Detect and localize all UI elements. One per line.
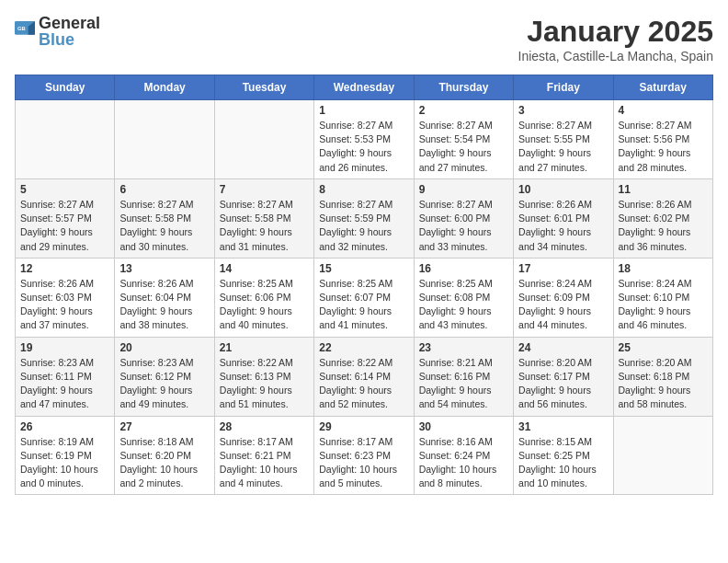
day-number: 10 (518, 183, 608, 196)
day-info: Sunrise: 8:23 AMSunset: 6:12 PMDaylight:… (119, 356, 209, 412)
day-info: Sunrise: 8:24 AMSunset: 6:09 PMDaylight:… (518, 277, 608, 333)
day-number: 11 (619, 183, 708, 196)
day-info: Sunrise: 8:22 AMSunset: 6:13 PMDaylight:… (220, 356, 309, 412)
day-info: Sunrise: 8:19 AMSunset: 6:19 PMDaylight:… (20, 435, 109, 491)
day-number: 26 (20, 420, 109, 433)
day-number: 9 (419, 183, 508, 196)
day-number: 20 (119, 341, 209, 354)
day-info: Sunrise: 8:27 AMSunset: 5:57 PMDaylight:… (20, 198, 109, 254)
calendar-day-12: 12Sunrise: 8:26 AMSunset: 6:03 PMDayligh… (16, 258, 115, 337)
calendar-day-7: 7Sunrise: 8:27 AMSunset: 5:58 PMDaylight… (214, 178, 313, 258)
calendar-empty-cell (613, 416, 712, 495)
day-number: 24 (518, 341, 608, 354)
day-number: 22 (319, 341, 408, 354)
weekday-header-tuesday: Tuesday (214, 75, 313, 100)
day-info: Sunrise: 8:25 AMSunset: 6:07 PMDaylight:… (319, 277, 408, 333)
day-info: Sunrise: 8:24 AMSunset: 6:10 PMDaylight:… (619, 277, 708, 333)
day-info: Sunrise: 8:16 AMSunset: 6:24 PMDaylight:… (419, 435, 508, 491)
calendar-day-11: 11Sunrise: 8:26 AMSunset: 6:02 PMDayligh… (613, 178, 712, 258)
weekday-header-row: SundayMondayTuesdayWednesdayThursdayFrid… (16, 75, 713, 100)
day-info: Sunrise: 8:21 AMSunset: 6:16 PMDaylight:… (419, 356, 508, 412)
day-info: Sunrise: 8:26 AMSunset: 6:01 PMDaylight:… (518, 198, 608, 254)
header: GB General Blue January 2025 Iniesta, Ca… (15, 15, 713, 63)
calendar-day-17: 17Sunrise: 8:24 AMSunset: 6:09 PMDayligh… (514, 258, 613, 337)
day-info: Sunrise: 8:20 AMSunset: 6:17 PMDaylight:… (518, 356, 608, 412)
calendar-day-25: 25Sunrise: 8:20 AMSunset: 6:18 PMDayligh… (613, 337, 712, 416)
logo-icon: GB (15, 21, 35, 41)
calendar-day-13: 13Sunrise: 8:26 AMSunset: 6:04 PMDayligh… (115, 258, 214, 337)
calendar-day-22: 22Sunrise: 8:22 AMSunset: 6:14 PMDayligh… (314, 337, 414, 416)
calendar-day-14: 14Sunrise: 8:25 AMSunset: 6:06 PMDayligh… (214, 258, 313, 337)
day-number: 18 (619, 262, 708, 275)
calendar-day-21: 21Sunrise: 8:22 AMSunset: 6:13 PMDayligh… (214, 337, 313, 416)
day-info: Sunrise: 8:23 AMSunset: 6:11 PMDaylight:… (20, 356, 109, 412)
weekday-header-saturday: Saturday (613, 75, 712, 100)
day-number: 16 (419, 262, 508, 275)
calendar-empty-cell (214, 100, 313, 179)
day-number: 1 (319, 104, 408, 117)
day-info: Sunrise: 8:27 AMSunset: 5:55 PMDaylight:… (518, 119, 608, 175)
calendar-week-4: 19Sunrise: 8:23 AMSunset: 6:11 PMDayligh… (16, 337, 713, 416)
logo-blue: Blue (39, 31, 100, 48)
day-info: Sunrise: 8:27 AMSunset: 5:54 PMDaylight:… (419, 119, 508, 175)
day-number: 5 (20, 183, 109, 196)
calendar-day-9: 9Sunrise: 8:27 AMSunset: 6:00 PMDaylight… (414, 178, 513, 258)
weekday-header-sunday: Sunday (16, 75, 115, 100)
calendar-week-1: 1Sunrise: 8:27 AMSunset: 5:53 PMDaylight… (16, 100, 713, 179)
calendar-table: SundayMondayTuesdayWednesdayThursdayFrid… (15, 75, 713, 495)
day-number: 19 (20, 341, 109, 354)
calendar-day-27: 27Sunrise: 8:18 AMSunset: 6:20 PMDayligh… (115, 416, 214, 495)
calendar-subtitle: Iniesta, Castille-La Mancha, Spain (518, 49, 713, 63)
day-info: Sunrise: 8:26 AMSunset: 6:02 PMDaylight:… (619, 198, 708, 254)
calendar-day-29: 29Sunrise: 8:17 AMSunset: 6:23 PMDayligh… (314, 416, 414, 495)
day-number: 7 (220, 183, 309, 196)
day-info: Sunrise: 8:26 AMSunset: 6:04 PMDaylight:… (119, 277, 209, 333)
day-info: Sunrise: 8:18 AMSunset: 6:20 PMDaylight:… (119, 435, 209, 491)
calendar-day-31: 31Sunrise: 8:15 AMSunset: 6:25 PMDayligh… (514, 416, 613, 495)
day-number: 31 (518, 420, 608, 433)
weekday-header-monday: Monday (115, 75, 214, 100)
day-number: 21 (220, 341, 309, 354)
day-number: 30 (419, 420, 508, 433)
day-number: 13 (119, 262, 209, 275)
day-number: 12 (20, 262, 109, 275)
day-number: 8 (319, 183, 408, 196)
day-number: 15 (319, 262, 408, 275)
calendar-week-2: 5Sunrise: 8:27 AMSunset: 5:57 PMDaylight… (16, 178, 713, 258)
day-number: 2 (419, 104, 508, 117)
day-number: 23 (419, 341, 508, 354)
logo: GB General Blue (15, 15, 100, 48)
calendar-empty-cell (115, 100, 214, 179)
day-info: Sunrise: 8:15 AMSunset: 6:25 PMDaylight:… (518, 435, 608, 491)
calendar-day-24: 24Sunrise: 8:20 AMSunset: 6:17 PMDayligh… (514, 337, 613, 416)
day-number: 28 (220, 420, 309, 433)
day-number: 27 (119, 420, 209, 433)
day-info: Sunrise: 8:27 AMSunset: 5:56 PMDaylight:… (619, 119, 708, 175)
calendar-body: 1Sunrise: 8:27 AMSunset: 5:53 PMDaylight… (16, 100, 713, 495)
weekday-header-friday: Friday (514, 75, 613, 100)
calendar-day-28: 28Sunrise: 8:17 AMSunset: 6:21 PMDayligh… (214, 416, 313, 495)
day-info: Sunrise: 8:17 AMSunset: 6:23 PMDaylight:… (319, 435, 408, 491)
calendar-week-3: 12Sunrise: 8:26 AMSunset: 6:03 PMDayligh… (16, 258, 713, 337)
day-info: Sunrise: 8:26 AMSunset: 6:03 PMDaylight:… (20, 277, 109, 333)
calendar-day-15: 15Sunrise: 8:25 AMSunset: 6:07 PMDayligh… (314, 258, 414, 337)
calendar-week-5: 26Sunrise: 8:19 AMSunset: 6:19 PMDayligh… (16, 416, 713, 495)
calendar-day-16: 16Sunrise: 8:25 AMSunset: 6:08 PMDayligh… (414, 258, 513, 337)
calendar-day-2: 2Sunrise: 8:27 AMSunset: 5:54 PMDaylight… (414, 100, 513, 179)
calendar-day-19: 19Sunrise: 8:23 AMSunset: 6:11 PMDayligh… (16, 337, 115, 416)
day-info: Sunrise: 8:27 AMSunset: 6:00 PMDaylight:… (419, 198, 508, 254)
calendar-title: January 2025 (518, 15, 713, 49)
day-info: Sunrise: 8:25 AMSunset: 6:06 PMDaylight:… (220, 277, 309, 333)
day-info: Sunrise: 8:27 AMSunset: 5:58 PMDaylight:… (119, 198, 209, 254)
day-number: 29 (319, 420, 408, 433)
day-info: Sunrise: 8:17 AMSunset: 6:21 PMDaylight:… (220, 435, 309, 491)
title-area: January 2025 Iniesta, Castille-La Mancha… (518, 15, 713, 63)
day-info: Sunrise: 8:22 AMSunset: 6:14 PMDaylight:… (319, 356, 408, 412)
day-info: Sunrise: 8:27 AMSunset: 5:58 PMDaylight:… (220, 198, 309, 254)
calendar-day-10: 10Sunrise: 8:26 AMSunset: 6:01 PMDayligh… (514, 178, 613, 258)
day-number: 25 (619, 341, 708, 354)
day-info: Sunrise: 8:27 AMSunset: 5:59 PMDaylight:… (319, 198, 408, 254)
calendar-day-30: 30Sunrise: 8:16 AMSunset: 6:24 PMDayligh… (414, 416, 513, 495)
day-info: Sunrise: 8:25 AMSunset: 6:08 PMDaylight:… (419, 277, 508, 333)
weekday-header-wednesday: Wednesday (314, 75, 414, 100)
